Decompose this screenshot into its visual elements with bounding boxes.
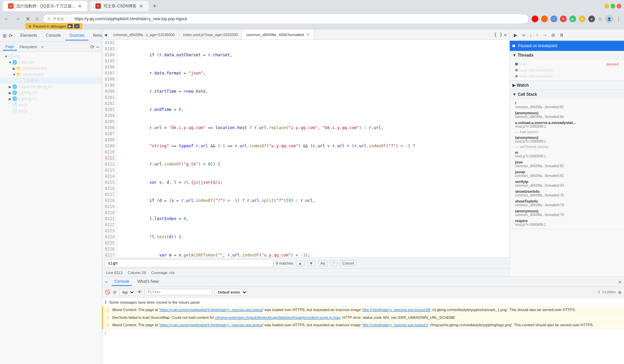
msg-link-ref2[interactable]: http 4.html#stat=y_new.top.pop.logout:1 bbox=[362, 323, 428, 327]
tab-qq-close[interactable]: ✕ bbox=[78, 3, 82, 9]
tree-item-ygtimg1[interactable]: ▶ 🌐 y.gtimg.cn bbox=[0, 90, 102, 96]
ext2-icon[interactable]: ♥ bbox=[560, 16, 567, 22]
ext4-icon[interactable]: ★ bbox=[579, 16, 586, 22]
editor-tab-1[interactable]: common_d9439fa...x_age=31536000 bbox=[109, 30, 179, 39]
msg-link-sourcemap[interactable]: chrome-extension://ojaclcbknieckfcapcbif… bbox=[215, 315, 340, 320]
more-menu-icon[interactable]: ⋮ bbox=[616, 16, 621, 22]
step-into-button[interactable]: ↓ bbox=[528, 31, 533, 39]
go-back-icon[interactable]: ◀ bbox=[102, 32, 109, 37]
editor-tab-2[interactable]: index.umd.js?max_age=2592000 bbox=[179, 30, 242, 39]
threads-section-header[interactable]: ▼ Threads bbox=[510, 51, 624, 60]
console-close-button[interactable]: ✕ bbox=[619, 279, 621, 284]
msg-link[interactable]: https://y.qq.com/n/yqq/toplist/4.html#st… bbox=[160, 308, 263, 312]
callstack-item-anon3[interactable]: (anonymous) common_d9439fa...formatted:7… bbox=[512, 208, 621, 218]
tree-item-toplist[interactable]: ▼ 📁 n/yqq/toplist bbox=[0, 71, 102, 78]
callstack-item-anon2[interactable]: (anonymous) mod.js?r=2680899:1 bbox=[512, 134, 621, 144]
thread-main[interactable]: Main paused bbox=[512, 61, 621, 67]
subtab-more[interactable]: » bbox=[41, 44, 43, 49]
ext1-icon[interactable]: G bbox=[551, 16, 557, 22]
search-prev-button[interactable]: ▲ bbox=[296, 260, 304, 266]
subtab-filesystem[interactable]: Filesystem bbox=[17, 43, 40, 50]
step-over-button[interactable]: ⤼ bbox=[520, 31, 527, 39]
search-input[interactable] bbox=[105, 259, 273, 267]
editor-tab-3-close[interactable]: ✕ bbox=[306, 32, 309, 37]
format-icon[interactable]: { } bbox=[494, 32, 502, 37]
resume-button[interactable]: ▶ bbox=[67, 24, 73, 28]
editor-tab-3[interactable]: common_d9439fa...6000:formatted ✕ bbox=[242, 30, 314, 39]
code-content[interactable]: 8192 8193 8194 8195 8196 8197 8198 8199 … bbox=[102, 40, 509, 257]
close-file-icon[interactable]: ✕ bbox=[504, 32, 507, 37]
resume-execution-button[interactable]: ▶ bbox=[512, 31, 519, 39]
pause-on-exceptions-button[interactable]: ⏸ bbox=[558, 31, 565, 39]
callstack-item-require[interactable]: require mod.js?r=2680899:1 bbox=[512, 218, 621, 228]
devtools-toggle-icon[interactable]: ⊞ bbox=[3, 33, 7, 38]
callstack-section-header[interactable]: ▼ Call Stack bbox=[510, 90, 624, 99]
ext3-icon[interactable]: ▶ bbox=[569, 16, 576, 22]
maximize-button[interactable] bbox=[611, 4, 615, 8]
reload-button[interactable]: ✕ bbox=[24, 14, 31, 24]
inspect-icon[interactable]: ⟳ bbox=[9, 33, 13, 38]
new-tab-button[interactable]: + bbox=[150, 3, 159, 10]
forward-button[interactable]: → bbox=[13, 14, 22, 23]
more-sources-icon[interactable]: ⋯ bbox=[96, 44, 99, 50]
tab-console[interactable]: Console bbox=[42, 31, 65, 40]
search-next-button[interactable]: ▼ bbox=[307, 260, 316, 266]
msg-link[interactable]: https://y.qq.com/n/yqq/toplist/4.html#st… bbox=[160, 323, 263, 327]
console-tab-whatsnew[interactable]: What's New bbox=[135, 278, 161, 286]
cancel-search-button[interactable]: Cancel bbox=[340, 260, 356, 266]
sync-icon[interactable]: ⟳ bbox=[90, 44, 94, 50]
console-level-selector[interactable]: Default levels bbox=[215, 289, 247, 296]
callstack-item-json[interactable]: json common_d9439fa...formatted:82 bbox=[512, 159, 621, 169]
tree-item-sw1[interactable]: 📄 sw.js bbox=[0, 102, 102, 108]
home-button[interactable]: ⌂ bbox=[34, 14, 40, 23]
console-tab-console[interactable]: Console bbox=[112, 278, 132, 286]
minimize-button[interactable] bbox=[604, 4, 609, 8]
brave-icon[interactable] bbox=[532, 16, 538, 22]
step-button[interactable]: → bbox=[541, 31, 548, 39]
thread-sw26[interactable]: sw.js #26 (activated) bbox=[512, 67, 621, 73]
back-button[interactable]: ← bbox=[3, 14, 11, 23]
tab-csdn-close[interactable]: ✕ bbox=[139, 3, 143, 9]
callstack-item-anon1[interactable]: (anonymous) common_d9439fa...formatted:8… bbox=[512, 110, 621, 120]
thread-sw25[interactable]: sw.js #25 (activated) bbox=[512, 73, 621, 79]
callstack-item-showtopinfo[interactable]: showTopInfo common_d9439fa...formatted:7… bbox=[512, 198, 621, 208]
tree-item-top[interactable]: ▼ 📄 top bbox=[0, 53, 102, 59]
step-out-button[interactable]: ↑ bbox=[535, 31, 540, 39]
ext5-icon[interactable]: ● bbox=[588, 16, 595, 22]
tab-csdn[interactable]: C 写文章-CSDN博客 ✕ bbox=[90, 1, 149, 11]
console-context-selector[interactable]: top bbox=[119, 289, 135, 296]
tab-qq[interactable]: Q 流行指数榜 - QQ音乐-千万正版... ✕ bbox=[3, 1, 87, 11]
console-eye-icon[interactable]: 👁 bbox=[138, 290, 142, 295]
callstack-item-w[interactable]: w mod.js?r=2680899:1 bbox=[512, 149, 621, 159]
subtab-page[interactable]: Page bbox=[3, 43, 17, 51]
user-avatar[interactable]: 👤 bbox=[605, 15, 613, 23]
msg-link-ref[interactable]: http 4.html#stat=y_new.top.pop.logout:89 bbox=[362, 308, 430, 312]
callstack-item-verifyip[interactable]: verifyIp common_d9439fa...formatted:93 bbox=[512, 179, 621, 188]
match-case-button[interactable]: Aa bbox=[318, 260, 327, 266]
adblock-icon[interactable] bbox=[541, 16, 548, 22]
tree-item-4html[interactable]: 📄 4.html bbox=[0, 78, 102, 84]
tree-item-ygtimg2[interactable]: ▶ 🌐 y.gtimg.cn bbox=[0, 96, 102, 102]
console-more-icon[interactable]: ⋯ bbox=[105, 279, 108, 284]
console-stop-button[interactable]: ⊘ bbox=[113, 290, 117, 295]
callstack-item-showuserinfo[interactable]: showUserInfo common_d9439fa...formatted:… bbox=[512, 188, 621, 198]
address-input[interactable] bbox=[69, 14, 525, 24]
console-settings-icon[interactable]: ⚙ bbox=[619, 290, 621, 295]
tree-item-yqqcom[interactable]: ▼ 🌐 y.qq.com bbox=[0, 59, 102, 65]
tree-item-imgcache[interactable]: ▶ 🌐 imgcache.gtimg.cn bbox=[0, 84, 102, 90]
tab-network[interactable]: Network bbox=[89, 31, 102, 40]
callstack-item-onload[interactable]: a.onload.a.onerror.a.onreadystat... mod.… bbox=[512, 120, 621, 129]
close-button[interactable] bbox=[617, 4, 621, 8]
callstack-item-jsonp[interactable]: jsonp common_d9439fa...formatted:81 bbox=[512, 169, 621, 179]
deactivate-breakpoints-button[interactable]: ⊘ bbox=[550, 31, 557, 39]
tree-item-sw2[interactable]: 📄 sw.js bbox=[0, 108, 102, 114]
console-filter-input[interactable] bbox=[145, 289, 212, 295]
step-over-button[interactable]: ⤼ bbox=[74, 24, 80, 28]
console-clear-icon[interactable]: 🚫 bbox=[105, 290, 110, 295]
callstack-item-f[interactable]: f common_d9439fa...formatted:82 bbox=[512, 100, 621, 110]
tab-elements[interactable]: Elements bbox=[16, 31, 41, 40]
watch-section-header[interactable]: ▶ Watch bbox=[510, 81, 624, 90]
tree-item-component[interactable]: ▶ 📁 component/m bbox=[0, 65, 102, 71]
regex-button[interactable]: .* bbox=[330, 260, 337, 266]
tab-sources[interactable]: Sources bbox=[65, 31, 88, 40]
